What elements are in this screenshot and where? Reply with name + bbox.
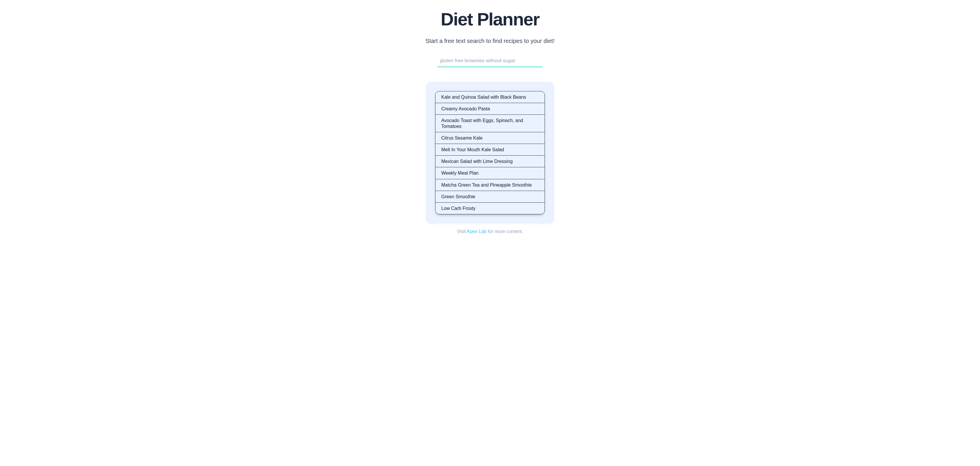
result-item[interactable]: Low Carb Frosty [436, 203, 544, 214]
result-item[interactable]: Melt In Your Mouth Kale Salad [436, 144, 544, 156]
page-subtitle: Start a free text search to find recipes… [425, 38, 555, 45]
footer-prefix: Visit [457, 229, 467, 234]
result-item[interactable]: Mexican Salad with Lime Dressing [436, 156, 544, 167]
app-container: Diet Planner Start a free text search to… [347, 9, 633, 234]
result-item[interactable]: Creamy Avocado Pasta [436, 103, 544, 115]
footer-text: Visit Apex Lab for more content. [457, 229, 523, 234]
result-item[interactable]: Weekly Meal Plan [436, 167, 544, 179]
footer-suffix: for more content. [487, 229, 523, 234]
page-title: Diet Planner [441, 9, 539, 29]
footer-link[interactable]: Apex Lab [467, 229, 487, 234]
result-item[interactable]: Kale and Quinoa Salad with Black Beans [436, 91, 544, 103]
result-item[interactable]: Avocado Toast with Eggs, Spinach, and To… [436, 115, 544, 132]
result-item[interactable]: Green Smoothie [436, 191, 544, 203]
search-input[interactable] [438, 56, 542, 67]
result-item[interactable]: Matcha Green Tea and Pineapple Smoothie [436, 179, 544, 191]
results-list: Kale and Quinoa Salad with Black BeansCr… [435, 91, 545, 214]
result-item[interactable]: Citrus Sesame Kale [436, 132, 544, 144]
results-panel: Kale and Quinoa Salad with Black BeansCr… [426, 82, 554, 223]
